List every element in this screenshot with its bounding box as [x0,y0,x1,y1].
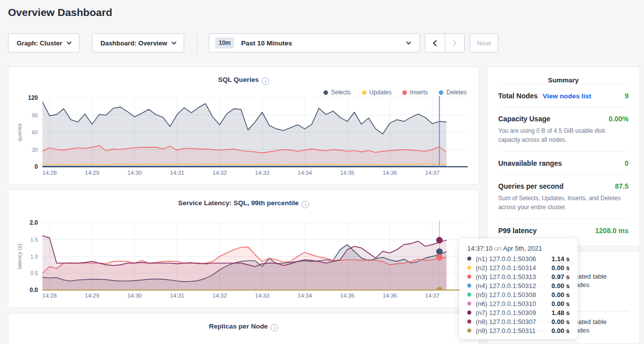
series-dot-icon [467,329,471,333]
svg-text:14:30: 14:30 [127,170,142,176]
svg-text:0: 0 [34,163,38,170]
svg-text:1.0: 1.0 [30,254,38,260]
qps-label: Queries per second [498,182,564,190]
sql-queries-chart[interactable]: 14:2814:2914:3014:3114:3214:3314:3414:35… [8,67,480,181]
svg-text:120: 120 [28,94,38,101]
svg-text:14:37: 14:37 [425,170,440,176]
chevron-right-icon [451,40,457,46]
p99-latency-value: 1208.0 ms [595,227,629,235]
capacity-usage-value: 0.00% [609,115,629,123]
tooltip-row: (n5) 127.0.0.1:503080.00 s [467,290,570,299]
summary-row-unavailable: Unavailable ranges 0 [498,151,629,174]
tooltip-row: (n2) 127.0.0.1:503140.00 s [467,263,570,272]
svg-text:queries: queries [16,123,22,141]
svg-text:14:33: 14:33 [255,170,270,176]
tooltip-row: (n3) 127.0.0.1:503130.97 s [467,272,570,281]
svg-text:14:32: 14:32 [213,170,227,176]
capacity-usage-label: Capacity Usage [498,115,550,123]
summary-row-qps: Queries per second 87.5 Sum of Selects, … [498,174,629,219]
tooltip-node-label: (n3) 127.0.0.1:50313 [476,273,536,281]
tooltip-row: (n4) 127.0.0.1:503120.00 s [467,281,570,290]
sql-queries-panel: SQL Queriesi SelectsUpdatesInsertsDelete… [8,66,479,185]
series-dot-icon [467,293,471,297]
prev-time-button[interactable] [425,34,445,52]
chevron-down-icon [406,39,411,44]
svg-text:14:37: 14:37 [425,293,440,299]
svg-text:1.5: 1.5 [30,237,38,243]
tooltip-node-label: (n7) 127.0.0.1:50309 [476,309,536,317]
total-nodes-value: 9 [625,92,629,100]
tooltip-node-value: 0.97 s [552,273,570,281]
tooltip-node-value: 0.00 s [552,282,570,290]
svg-text:14:30: 14:30 [127,293,142,299]
svg-text:14:35: 14:35 [340,170,354,176]
series-dot-icon [467,302,471,306]
dashboard-dropdown[interactable]: Dashboard: Overview [92,33,184,52]
series-dot-icon [467,320,471,324]
p99-latency-label: P99 latency [498,227,537,235]
summary-row-total-nodes: Total Nodes View nodes list 9 [498,84,629,107]
tooltip-node-label: (n4) 127.0.0.1:50312 [476,282,536,290]
tooltip-row: (n1) 127.0.0.1:503061.14 s [467,254,570,263]
summary-panel: Summary Total Nodes View nodes list 9 Ca… [487,66,640,246]
tooltip-on: on [494,245,501,252]
tooltip-node-value: 0.00 s [552,318,570,326]
view-nodes-list-link[interactable]: View nodes list [543,92,591,100]
tooltip-node-label: (n2) 127.0.0.1:50314 [476,264,536,272]
svg-text:90: 90 [32,112,38,118]
svg-text:14:34: 14:34 [298,170,312,176]
svg-text:14:36: 14:36 [382,170,397,176]
replicas-per-node-title: Replicas per Nodei [8,323,479,332]
svg-text:0.0: 0.0 [29,287,38,294]
qps-value: 87.5 [615,182,629,190]
tooltip-node-value: 0.00 s [552,327,570,335]
svg-text:14:36: 14:36 [382,293,397,299]
tooltip-row: (n6) 127.0.0.1:503100.00 s [467,299,570,308]
svg-text:14:31: 14:31 [170,170,184,176]
summary-heading: Summary [498,76,629,84]
tooltip-date: Apr 5th, 2021 [503,245,542,252]
series-dot-icon [467,257,471,261]
service-latency-chart[interactable]: 14:2814:2914:3014:3114:3214:3314:3414:35… [8,190,480,304]
toolbar-divider [197,33,197,53]
tooltip-node-value: 0.00 s [552,291,570,299]
graph-dropdown[interactable]: Graph: Cluster [8,33,79,52]
svg-text:14:29: 14:29 [85,293,99,299]
graph-dropdown-label: Graph: Cluster [16,39,62,47]
tooltip-node-value: 0.00 s [552,300,570,308]
svg-text:latency (s): latency (s) [16,244,22,269]
tooltip-row: (n8) 127.0.0.1:503070.00 s [467,317,570,326]
dashboard-dropdown-label: Dashboard: Overview [100,39,167,47]
now-button[interactable]: Now [470,33,498,52]
tooltip-node-value: 0.00 s [552,264,570,272]
svg-text:14:29: 14:29 [85,170,99,176]
time-pager [425,33,465,52]
svg-text:14:28: 14:28 [42,170,57,176]
svg-text:2.0: 2.0 [29,219,38,226]
replicas-per-node-panel: Replicas per Nodei [8,313,479,344]
chart-title-text: Replicas per Node [209,323,268,330]
tooltip-row: (n9) 127.0.0.1:503110.00 s [467,326,570,335]
series-dot-icon [467,284,471,288]
series-dot-icon [467,275,471,279]
info-icon[interactable]: i [271,324,278,332]
chart-tooltip: 14:37:10 on Apr 5th, 2021 (n1) 127.0.0.1… [459,239,578,339]
svg-text:14:35: 14:35 [340,293,354,299]
svg-text:14:33: 14:33 [255,293,270,299]
unavailable-ranges-label: Unavailable ranges [498,159,562,167]
qps-desc: Sum of Selects, Updates, Inserts, and De… [498,194,623,212]
tooltip-node-label: (n5) 127.0.0.1:50308 [476,291,536,299]
chevron-down-icon [171,39,176,44]
time-range-selector[interactable]: 10m Past 10 Minutes [209,33,420,52]
summary-row-capacity: Capacity Usage 0.00% You are using 0 B o… [498,107,629,151]
tooltip-node-label: (n1) 127.0.0.1:50306 [476,255,536,263]
tooltip-node-label: (n6) 127.0.0.1:50310 [476,300,536,308]
service-latency-panel: Service Latency: SQL, 99th percentilei 1… [8,190,479,308]
tooltip-node-label: (n9) 127.0.0.1:50311 [476,327,536,335]
time-range-badge: 10m [215,37,234,48]
tooltip-time: 14:37:10 [467,245,493,252]
unavailable-ranges-value: 0 [625,159,629,167]
next-time-button[interactable] [445,34,464,52]
total-nodes-label: Total Nodes [498,92,538,100]
svg-text:30: 30 [32,147,38,153]
